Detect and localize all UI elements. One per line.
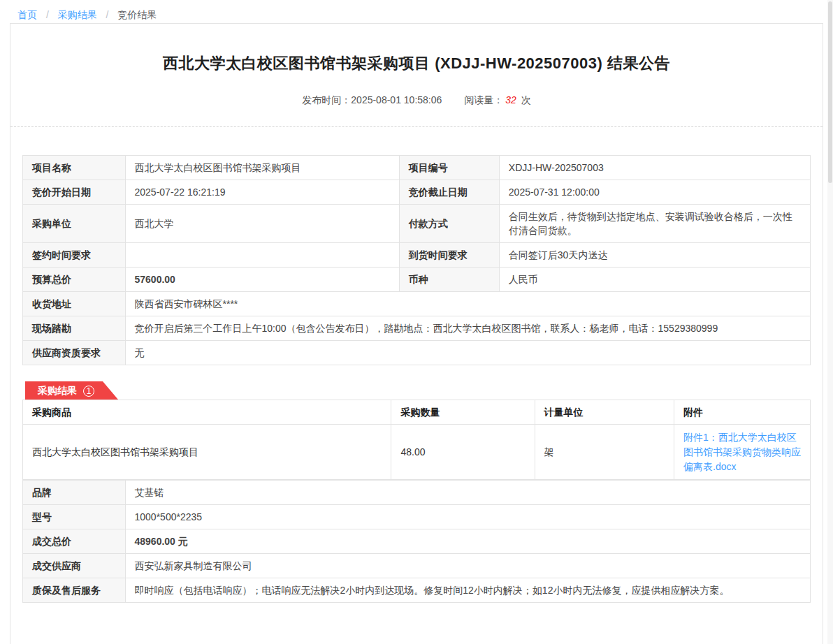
info-value bbox=[125, 243, 399, 268]
col-header-quantity: 采购数量 bbox=[391, 400, 535, 425]
table-row: 成交供应商 西安弘新家具制造有限公司 bbox=[23, 554, 811, 578]
table-row: 质保及售后服务 即时响应（包括电话响应）；电话响应无法解决2小时内到达现场。修复… bbox=[23, 578, 811, 603]
info-value: 人民币 bbox=[499, 268, 810, 292]
table-row: 现场踏勘 竞价开启后第三个工作日上午10:00（包含公告发布日），踏勘地点：西北… bbox=[23, 316, 811, 341]
budget-total-price: 57600.00 bbox=[125, 268, 399, 292]
table-header-row: 采购商品 采购数量 计量单位 附件 bbox=[23, 400, 811, 425]
breadcrumb: 首页 / 采购结果 / 竞价结果 bbox=[0, 0, 833, 23]
table-row: 品牌 艾基锘 bbox=[23, 481, 811, 505]
scrollbar-thumb[interactable] bbox=[828, 1, 832, 183]
info-value: 2025-07-22 16:21:19 bbox=[125, 180, 399, 205]
detail-label: 型号 bbox=[23, 505, 126, 529]
info-value: 陕西省西安市碑林区**** bbox=[125, 292, 811, 316]
vertical-scrollbar[interactable] bbox=[827, 0, 833, 644]
table-row: 供应商资质要求 无 bbox=[23, 341, 811, 365]
supplier-value: 西安弘新家具制造有限公司 bbox=[125, 554, 811, 578]
view-count: 阅读量：32 次 bbox=[464, 94, 530, 105]
warranty-value: 即时响应（包括电话响应）；电话响应无法解决2小时内到达现场。修复时间12小时内解… bbox=[125, 578, 811, 603]
info-label: 预算总价 bbox=[23, 268, 126, 292]
product-table: 采购商品 采购数量 计量单位 附件 西北大学太白校区图书馆书架采购项目 48.0… bbox=[22, 400, 811, 480]
info-label: 项目名称 bbox=[23, 156, 126, 180]
publish-time: 发布时间：2025-08-01 10:58:06 bbox=[302, 94, 442, 105]
info-value: 合同生效后，待货物到达指定地点、安装调试验收合格后，一次性付清合同货款。 bbox=[499, 205, 810, 243]
table-row: 收货地址 陕西省西安市碑林区**** bbox=[23, 292, 811, 316]
breadcrumb-separator: / bbox=[106, 9, 109, 20]
view-count-number: 32 bbox=[505, 94, 516, 105]
info-value: 西北大学 bbox=[125, 205, 399, 243]
info-label: 现场踏勘 bbox=[23, 316, 126, 341]
info-label: 采购单位 bbox=[23, 205, 126, 243]
project-info-table: 项目名称 西北大学太白校区图书馆书架采购项目 项目编号 XDJJ-HW-2025… bbox=[22, 155, 811, 365]
brand-value: 艾基锘 bbox=[125, 481, 811, 505]
model-value: 1000*500*2235 bbox=[125, 505, 811, 529]
info-label: 币种 bbox=[399, 268, 499, 292]
info-value: 2025-07-31 12:00:00 bbox=[499, 180, 810, 205]
table-row: 采购单位 西北大学 付款方式 合同生效后，待货物到达指定地点、安装调试验收合格后… bbox=[23, 205, 811, 243]
info-value: XDJJ-HW-202507003 bbox=[499, 156, 810, 180]
table-row: 签约时间要求 到货时间要求 合同签订后30天内送达 bbox=[23, 243, 811, 268]
dashed-divider bbox=[10, 126, 823, 127]
product-name: 西北大学太白校区图书馆书架采购项目 bbox=[23, 425, 391, 480]
detail-label: 品牌 bbox=[23, 481, 126, 505]
deal-detail-table: 品牌 艾基锘 型号 1000*500*2235 成交总价 48960.00 元 … bbox=[22, 480, 811, 603]
table-row: 成交总价 48960.00 元 bbox=[23, 529, 811, 554]
breadcrumb-procurement-results-link[interactable]: 采购结果 bbox=[58, 9, 97, 20]
procurement-result-badge: 采购结果1 bbox=[25, 381, 118, 400]
table-row: 西北大学太白校区图书馆书架采购项目 48.00 架 附件1：西北大学太白校区图书… bbox=[23, 425, 811, 480]
detail-label: 成交总价 bbox=[23, 529, 126, 554]
detail-label: 成交供应商 bbox=[23, 554, 126, 578]
page-title: 西北大学太白校区图书馆书架采购项目 (XDJJ-HW-202507003) 结果… bbox=[22, 53, 811, 74]
info-value: 合同签订后30天内送达 bbox=[499, 243, 810, 268]
info-label: 到货时间要求 bbox=[399, 243, 499, 268]
product-unit: 架 bbox=[535, 425, 674, 480]
table-row: 项目名称 西北大学太白校区图书馆书架采购项目 项目编号 XDJJ-HW-2025… bbox=[23, 156, 811, 180]
col-header-product: 采购商品 bbox=[23, 400, 391, 425]
table-row: 竞价开始日期 2025-07-22 16:21:19 竞价截止日期 2025-0… bbox=[23, 180, 811, 205]
breadcrumb-current-page: 竞价结果 bbox=[117, 9, 157, 20]
info-label: 供应商资质要求 bbox=[23, 341, 126, 365]
info-label: 项目编号 bbox=[399, 156, 499, 180]
announcement-card: 西北大学太白校区图书馆书架采购项目 (XDJJ-HW-202507003) 结果… bbox=[10, 23, 823, 644]
table-row: 型号 1000*500*2235 bbox=[23, 505, 811, 529]
announcement-meta: 发布时间：2025-08-01 10:58:06 阅读量：32 次 bbox=[22, 94, 811, 107]
detail-label: 质保及售后服务 bbox=[23, 578, 126, 603]
info-value: 无 bbox=[125, 341, 811, 365]
attachment-link[interactable]: 附件1：西北大学太白校区图书馆书架采购货物类响应偏离表.docx bbox=[683, 430, 801, 474]
info-label: 付款方式 bbox=[399, 205, 499, 243]
info-label: 签约时间要求 bbox=[23, 243, 126, 268]
info-label: 竞价开始日期 bbox=[23, 180, 126, 205]
deal-total-price: 48960.00 元 bbox=[125, 529, 811, 554]
product-quantity: 48.00 bbox=[391, 425, 535, 480]
breadcrumb-home-link[interactable]: 首页 bbox=[17, 9, 37, 20]
info-value: 竞价开启后第三个工作日上午10:00（包含公告发布日），踏勘地点：西北大学太白校… bbox=[125, 316, 811, 341]
info-label: 竞价截止日期 bbox=[399, 180, 499, 205]
badge-label: 采购结果 bbox=[38, 385, 77, 396]
col-header-attachment: 附件 bbox=[674, 400, 811, 425]
table-row: 预算总价 57600.00 币种 人民币 bbox=[23, 268, 811, 292]
info-label: 收货地址 bbox=[23, 292, 126, 316]
col-header-unit: 计量单位 bbox=[535, 400, 674, 425]
badge-count: 1 bbox=[83, 386, 94, 397]
info-value: 西北大学太白校区图书馆书架采购项目 bbox=[125, 156, 399, 180]
breadcrumb-separator: / bbox=[46, 9, 49, 20]
